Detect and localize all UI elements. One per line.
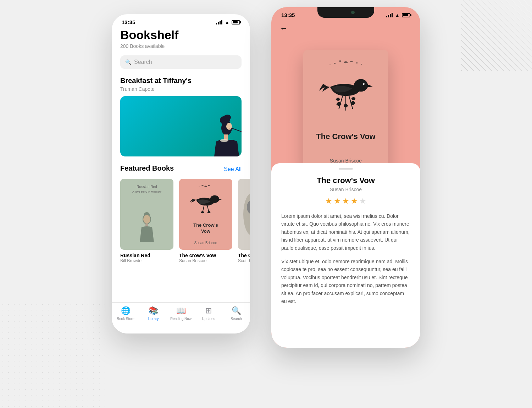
tab-updates-label: Updates [202,317,215,321]
tab-book-store[interactable]: 🌐 Book Store [112,306,139,321]
bottom-sheet: The crow's Vow Susan Briscoe ★ ★ ★ ★ ★ L… [271,163,420,348]
russian-red-figure [134,209,159,244]
svg-point-25 [356,62,358,64]
phone1-wifi-icon: ▲ [225,20,229,25]
svg-point-13 [201,185,203,186]
russian-red-illustration [134,209,159,244]
star-1: ★ [325,197,332,206]
book-author-crows-vow: Susan Briscoe [179,258,232,263]
featured-section-header: Featured Books See All [120,164,242,174]
tab-reading-now[interactable]: 📖 Reading Now [167,306,195,321]
sheet-description-2: Vix stet ubique et, odio nemore reprimiq… [281,258,410,305]
svg-point-16 [210,195,219,203]
hero-illustration [120,96,242,156]
book-open-icon: 📖 [176,306,186,315]
svg-point-4 [220,139,228,142]
star-5: ★ [359,197,366,206]
rating-stars: ★ ★ ★ ★ ★ [281,197,410,206]
star-2: ★ [334,197,341,206]
phone1-content: Bookshelf 200 Books available 🔍 Search B… [112,28,250,263]
featured-hero-image[interactable] [120,96,242,156]
featured-book-section: Breakfast at Tiffany's Truman Capote [120,77,242,92]
phones-wrapper: 13:35 ▲ Bookshelf 200 Books available [0,14,532,348]
book-card-russian-red[interactable]: Russian RedA love story in Moscow [120,179,173,263]
svg-point-30 [364,83,365,85]
phone2-detail: 13:35 ▲ ← [271,7,420,348]
svg-point-15 [199,187,200,187]
russian-red-cover: Russian RedA love story in Moscow [120,179,173,250]
search-bar[interactable]: 🔍 Search [120,55,242,69]
star-4: ★ [351,197,358,206]
phone1-signal-icon [216,20,222,24]
books-icon: 📚 [149,306,158,315]
crow-illustration-large [314,59,378,115]
featured-book-title: Breakfast at Tiffany's [120,77,242,85]
phone1-bookshelf: 13:35 ▲ Bookshelf 200 Books available [112,14,250,333]
sheet-book-title: The crow's Vow [281,176,410,185]
book-title-crows-vow: The crow's Vow [179,253,232,258]
tab-library-label: Library [148,317,159,321]
phone2-status-icons: ▲ [386,12,410,18]
book-card-crows-vow[interactable]: The Crow'sVow Susan Briscoe The crow's V… [179,179,232,263]
svg-point-21 [344,61,348,63]
layers-icon: ⊞ [205,306,212,315]
globe-icon: 🌐 [121,306,131,315]
star-3: ★ [342,197,349,206]
tab-search-label: Search [231,317,242,321]
tab-updates[interactable]: ⊞ Updates [195,306,222,321]
books-scroll: Russian RedA love story in Moscow [120,179,242,263]
svg-point-26 [329,65,331,65]
phone2-book-title: The Crow's Vow [316,132,375,142]
sheet-handle [339,168,353,170]
phone2-wifi-icon: ▲ [395,12,400,18]
phone2-notch [317,7,374,18]
tab-book-store-label: Book Store [117,317,134,321]
featured-book-author: Truman Capote [120,86,242,92]
see-all-link[interactable]: See All [224,166,242,172]
phone2-battery-icon [402,13,410,17]
svg-point-27 [361,64,362,65]
crows-vow-title-small: The Crow'sVow [193,222,218,235]
book-author-russian-red: Bill Browder [120,258,173,263]
svg-point-12 [204,186,207,187]
back-button[interactable]: ← [271,21,420,36]
tab-reading-now-label: Reading Now [170,317,192,321]
phone2-book-hero: The Crow's Vow Susan Briscoe [271,36,420,185]
crow-illustration-small [184,184,227,216]
sheet-book-author: Susan Briscoe [281,187,410,192]
svg-point-11 [143,215,150,224]
svg-point-22 [339,60,341,62]
search-tab-icon: 🔍 [232,306,241,315]
book-author-partial: Scott Fit [238,258,250,263]
phone1-status-icons: ▲ [216,20,240,25]
phone1-status-bar: 13:35 ▲ [112,14,250,28]
phone2-book-card: The Crow's Vow Susan Briscoe [303,50,388,171]
phone2-time: 13:35 [281,12,295,18]
book-cover-partial [238,179,250,250]
svg-point-2 [224,115,231,120]
bookshelf-subtitle: 200 Books available [120,43,242,49]
svg-point-7 [226,123,232,130]
phone2-signal-icon [386,13,393,17]
book-title-russian-red: Russian Red [120,253,173,258]
bookshelf-title: Bookshelf [120,28,242,42]
svg-point-14 [208,185,210,186]
russian-red-cover-text: Russian RedA love story in Moscow [132,184,161,194]
crows-vow-cover-small: The Crow'sVow Susan Briscoe [179,179,232,250]
crows-vow-author-small: Susan Briscoe [194,241,217,245]
tab-search[interactable]: 🔍 Search [222,306,250,321]
partial-book-illustration [238,179,250,250]
sheet-description-1: Lorem ipsum dolor sit amet, sea wisi mel… [281,212,410,252]
featured-books-label: Featured Books [120,164,174,172]
tab-bar: 🌐 Book Store 📚 Library 📖 Reading Now ⊞ U… [112,302,250,333]
search-placeholder: Search [134,59,152,65]
tab-library[interactable]: 📚 Library [139,306,167,321]
svg-point-23 [350,61,353,62]
phone1-battery-icon [232,20,240,24]
svg-point-19 [243,193,250,236]
phone1-time: 13:35 [122,19,135,25]
book-card-partial[interactable]: The Gr Scott Fit [238,179,250,263]
svg-point-24 [334,63,336,64]
notch-camera [351,11,355,14]
phone2-book-author: Susan Briscoe [330,158,362,164]
